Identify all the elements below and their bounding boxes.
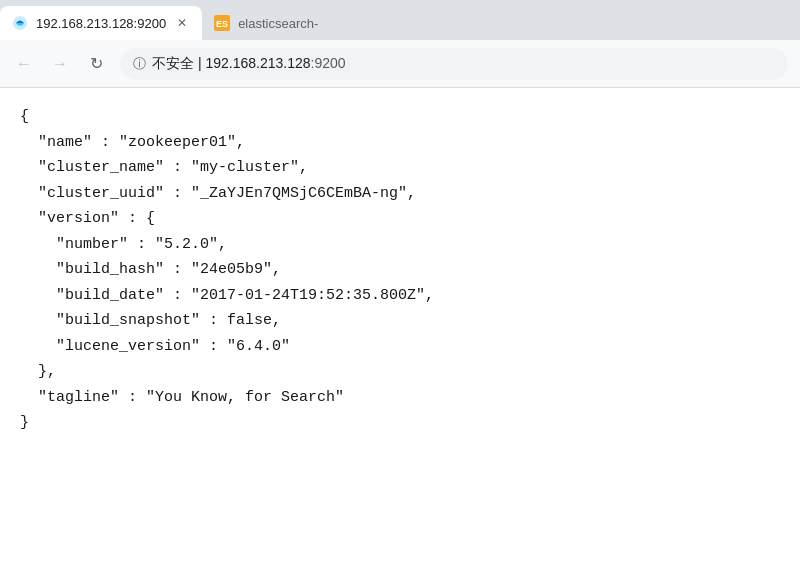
json-line: "name" : "zookeeper01", xyxy=(20,130,780,156)
security-label: 不安全 xyxy=(152,55,194,71)
json-line: "cluster_name" : "my-cluster", xyxy=(20,155,780,181)
json-line: "tagline" : "You Know, for Search" xyxy=(20,385,780,411)
json-line: { xyxy=(20,104,780,130)
address-bar-row: ← → ↻ ⓘ 不安全 | 192.168.213.128:9200 xyxy=(0,40,800,88)
reload-icon: ↻ xyxy=(90,54,103,73)
content-area: { "name" : "zookeeper01", "cluster_name"… xyxy=(0,88,800,561)
svg-text:ES: ES xyxy=(216,19,228,29)
tab-title-inactive: elasticsearch- xyxy=(238,16,370,31)
tab-favicon-inactive: ES xyxy=(214,15,230,31)
browser-chrome: 192.168.213.128:9200 ✕ ES elasticsearch-… xyxy=(0,0,800,88)
json-line: } xyxy=(20,410,780,436)
json-line: "number" : "5.2.0", xyxy=(20,232,780,258)
back-button[interactable]: ← xyxy=(8,48,40,80)
tab-close-button[interactable]: ✕ xyxy=(174,15,190,31)
json-line: "build_snapshot" : false, xyxy=(20,308,780,334)
address-port: :9200 xyxy=(311,55,346,71)
tab-inactive[interactable]: ES elasticsearch- xyxy=(202,6,382,40)
json-line: "build_date" : "2017-01-24T19:52:35.800Z… xyxy=(20,283,780,309)
json-line: "cluster_uuid" : "_ZaYJEn7QMSjC6CEmBA-ng… xyxy=(20,181,780,207)
tab-active[interactable]: 192.168.213.128:9200 ✕ xyxy=(0,6,202,40)
json-line: "build_hash" : "24e05b9", xyxy=(20,257,780,283)
forward-icon: → xyxy=(52,55,68,73)
forward-button[interactable]: → xyxy=(44,48,76,80)
security-icon: ⓘ xyxy=(133,55,146,73)
address-field[interactable]: ⓘ 不安全 | 192.168.213.128:9200 xyxy=(120,48,788,80)
tab-title-active: 192.168.213.128:9200 xyxy=(36,16,166,31)
tab-favicon-active xyxy=(12,15,28,31)
back-icon: ← xyxy=(16,55,32,73)
tab-bar: 192.168.213.128:9200 ✕ ES elasticsearch- xyxy=(0,0,800,40)
json-line: "lucene_version" : "6.4.0" xyxy=(20,334,780,360)
json-line: "version" : { xyxy=(20,206,780,232)
address-text: 不安全 | 192.168.213.128:9200 xyxy=(152,55,346,73)
reload-button[interactable]: ↻ xyxy=(80,48,112,80)
address-host: 192.168.213.128 xyxy=(205,55,310,71)
json-line: }, xyxy=(20,359,780,385)
